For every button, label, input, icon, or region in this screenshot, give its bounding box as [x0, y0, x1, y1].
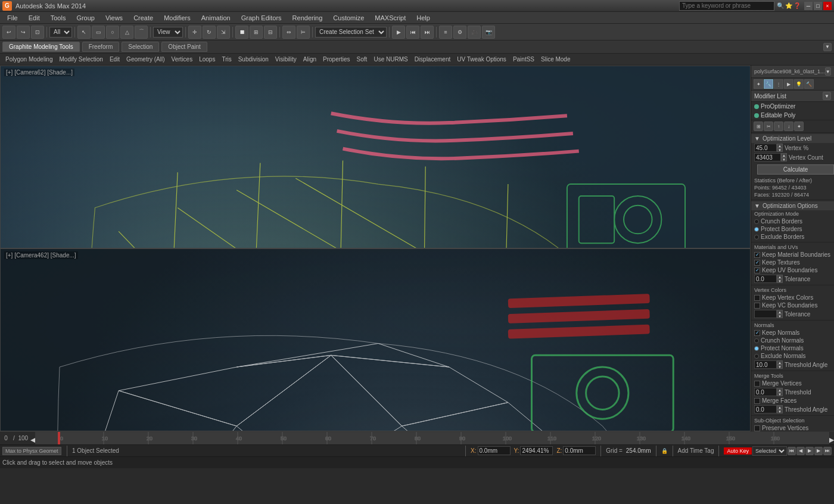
- tb-settings[interactable]: ⚙: [453, 26, 466, 39]
- keep-vc-boundaries-checkbox[interactable]: [754, 303, 760, 309]
- menu-file[interactable]: File: [2, 13, 23, 23]
- protect-normals-radio[interactable]: [754, 346, 759, 351]
- graphite-tab-freeform[interactable]: Freeform: [82, 42, 120, 52]
- sub-icon-2[interactable]: ✂: [764, 122, 773, 131]
- prev-frame-btn[interactable]: ⏮: [788, 447, 796, 455]
- tb-select[interactable]: ↖: [77, 26, 91, 39]
- menu-animation[interactable]: Animation: [197, 13, 235, 23]
- tb-redo[interactable]: ↪: [17, 26, 30, 39]
- graphite-tab-modeling[interactable]: Graphite Modeling Tools: [2, 42, 80, 52]
- keep-material-checkbox[interactable]: [754, 252, 760, 258]
- tb-prev[interactable]: ⏮: [406, 26, 419, 39]
- crunch-borders-radio[interactable]: [754, 219, 759, 224]
- tb-playback[interactable]: ▶: [392, 26, 405, 39]
- poly-uv-tweak[interactable]: UV Tweak Options: [454, 55, 509, 63]
- y-input[interactable]: [520, 446, 553, 455]
- tb-lasso-select[interactable]: ⌒: [135, 26, 148, 39]
- merge-threshold-input[interactable]: [754, 388, 777, 396]
- selection-set[interactable]: Create Selection Set: [315, 27, 387, 38]
- vertex-count-down[interactable]: ▼: [781, 157, 787, 161]
- sub-icon-1[interactable]: ⊞: [754, 122, 763, 131]
- menu-create[interactable]: Create: [129, 13, 158, 23]
- vertex-pct-up[interactable]: ▲: [777, 144, 783, 148]
- menu-rendering[interactable]: Rendering: [288, 13, 328, 23]
- poly-soft[interactable]: Soft: [354, 55, 371, 63]
- tb-render2[interactable]: 📷: [482, 26, 495, 39]
- x-input[interactable]: [478, 446, 511, 455]
- vertex-pct-down[interactable]: ▼: [777, 148, 783, 152]
- crunch-normals-radio[interactable]: [754, 338, 759, 343]
- physx-btn[interactable]: Max to Physx Geomet: [2, 447, 61, 455]
- keep-normals-checkbox[interactable]: [754, 330, 760, 336]
- poly-loops[interactable]: Loops: [196, 55, 218, 63]
- sub-icon-5[interactable]: ✦: [794, 122, 804, 131]
- tb-rect-select[interactable]: ▭: [92, 26, 105, 39]
- menu-modifiers[interactable]: Modifiers: [159, 13, 195, 23]
- poly-slice-mode[interactable]: Slice Mode: [538, 55, 573, 63]
- prev-key-btn[interactable]: ◀: [796, 447, 805, 455]
- vc-tolerance-input[interactable]: [754, 310, 777, 318]
- merge-vertices-checkbox[interactable]: [754, 381, 760, 387]
- viewport-right[interactable]: [+] [Camera462] [Shade...]: [0, 248, 751, 431]
- keep-textures-checkbox[interactable]: [754, 260, 760, 266]
- merge-faces-checkbox[interactable]: [754, 398, 760, 404]
- sub-icon-3[interactable]: ↑: [774, 122, 783, 131]
- modifier-editable-poly[interactable]: Editable Poly: [751, 111, 834, 120]
- tb-snap[interactable]: 🔲: [235, 26, 248, 39]
- poly-paintss[interactable]: PaintSS: [510, 55, 537, 63]
- tb-align[interactable]: ⊨: [297, 26, 310, 39]
- menu-edit[interactable]: Edit: [24, 13, 45, 23]
- tolerance-up[interactable]: ▲: [777, 275, 783, 279]
- view-select[interactable]: View: [153, 27, 183, 38]
- panel-icon-modify[interactable]: 🔧: [764, 79, 773, 89]
- poly-geometry[interactable]: Geometry (All): [123, 55, 167, 63]
- graphite-tab-paint[interactable]: Object Paint: [161, 42, 207, 52]
- tb-circle-select[interactable]: ○: [106, 26, 119, 39]
- panel-icon-display[interactable]: 💡: [794, 79, 804, 89]
- tolerance-spinner[interactable]: ▲ ▼: [754, 275, 783, 283]
- minimize-button[interactable]: ─: [804, 2, 813, 10]
- poly-subdivision[interactable]: Subdivision: [235, 55, 272, 63]
- tb-select-move[interactable]: ✛: [188, 26, 201, 39]
- poly-displacement[interactable]: Displacement: [412, 55, 454, 63]
- panel-icon-hierarchy[interactable]: ⋮: [774, 79, 783, 89]
- tolerance-down[interactable]: ▼: [777, 279, 783, 283]
- poly-modify-selection[interactable]: Modify Selection: [57, 55, 106, 63]
- preserve-vertices-checkbox[interactable]: [754, 425, 760, 431]
- exclude-normals-radio[interactable]: [754, 354, 759, 359]
- poly-edit[interactable]: Edit: [107, 55, 123, 63]
- poly-polygon-modeling[interactable]: Polygon Modeling: [2, 55, 56, 63]
- play-btn[interactable]: ▶: [805, 447, 814, 455]
- menu-tools[interactable]: Tools: [46, 13, 71, 23]
- tb-snap3[interactable]: ⊟: [264, 26, 277, 39]
- tb-undo[interactable]: ↩: [2, 26, 15, 39]
- poly-properties[interactable]: Properties: [320, 55, 353, 63]
- poly-tris[interactable]: Tris: [219, 55, 234, 63]
- next-frame-btn[interactable]: ⏭: [823, 447, 832, 455]
- modifier-prooptimizer[interactable]: ProOptimizer: [751, 102, 834, 111]
- panel-icon-utilities[interactable]: 🔨: [804, 79, 814, 89]
- timeline-fwd-btn[interactable]: ▶: [829, 436, 834, 441]
- vertex-pct-input[interactable]: [754, 144, 777, 152]
- exclude-borders-radio[interactable]: [754, 235, 759, 239]
- threshold-angle-input[interactable]: [754, 360, 777, 369]
- menu-help[interactable]: Help: [412, 13, 435, 23]
- vertex-count-input[interactable]: [754, 153, 781, 161]
- next-key-btn[interactable]: ▶: [814, 447, 823, 455]
- calculate-button[interactable]: Calculate: [757, 164, 834, 175]
- protect-borders-radio[interactable]: [754, 227, 759, 232]
- menu-views[interactable]: Views: [101, 13, 127, 23]
- lock-icon[interactable]: 🔒: [661, 448, 668, 454]
- poly-use-nurms[interactable]: Use NURMS: [371, 55, 410, 63]
- physics-button[interactable]: Max to Physx Geomet: [2, 447, 62, 455]
- selection-filter[interactable]: All: [49, 27, 72, 38]
- panel-icon-create[interactable]: ✦: [754, 79, 763, 89]
- tb-select-obj[interactable]: ⊡: [31, 26, 44, 39]
- timeline-back-btn[interactable]: ◀: [30, 436, 35, 441]
- poly-align[interactable]: Align: [300, 55, 319, 63]
- vertex-count-up[interactable]: ▲: [781, 153, 787, 157]
- time-tag[interactable]: Add Time Tag: [678, 447, 714, 454]
- modifier-list-dropdown[interactable]: ▼: [823, 92, 831, 100]
- panel-icon-motion[interactable]: ▶: [784, 79, 793, 89]
- search-input[interactable]: [679, 1, 774, 11]
